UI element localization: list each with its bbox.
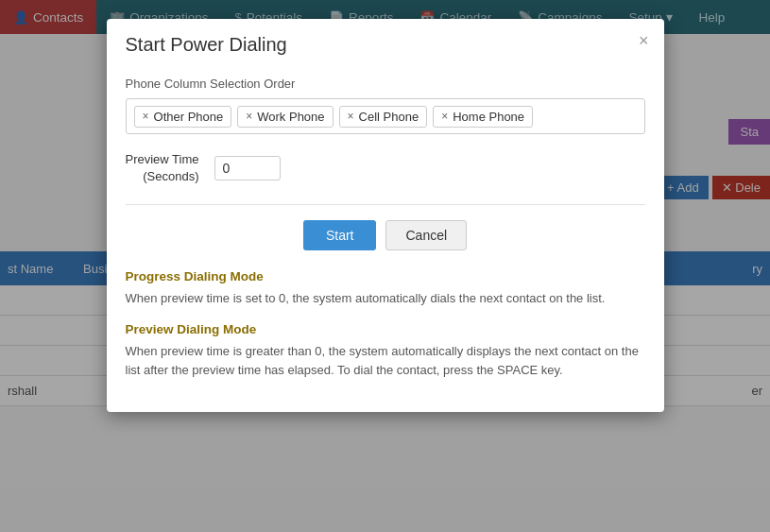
- tag-cell-phone[interactable]: × Cell Phone: [339, 106, 428, 128]
- start-button[interactable]: Start: [303, 220, 377, 250]
- phone-column-label: Phone Column Selection Order: [126, 77, 645, 91]
- power-dialing-modal: Start Power Dialing × Phone Column Selec…: [107, 19, 664, 412]
- tag-home-phone-label: Home Phone: [453, 110, 524, 124]
- tag-home-phone-remove[interactable]: ×: [441, 110, 448, 123]
- tag-other-phone-remove[interactable]: ×: [143, 110, 149, 123]
- modal-close-button[interactable]: ×: [639, 32, 649, 49]
- progress-dialing-section: Progress Dialing Mode When preview time …: [126, 269, 645, 308]
- tag-other-phone-label: Other Phone: [154, 110, 224, 124]
- modal-divider: [126, 204, 645, 205]
- tag-cell-phone-label: Cell Phone: [359, 110, 419, 124]
- preview-time-input[interactable]: [214, 156, 281, 180]
- tag-home-phone[interactable]: × Home Phone: [433, 106, 533, 128]
- preview-dialing-section: Preview Dialing Mode When preview time i…: [126, 322, 645, 380]
- preview-dialing-text: When preview time is greater than 0, the…: [126, 342, 645, 380]
- progress-dialing-title: Progress Dialing Mode: [126, 269, 645, 283]
- modal-header: Start Power Dialing ×: [107, 19, 664, 67]
- modal-actions: Start Cancel: [126, 220, 645, 250]
- tag-cell-phone-remove[interactable]: ×: [348, 110, 354, 123]
- tag-work-phone-remove[interactable]: ×: [246, 110, 252, 123]
- tag-other-phone[interactable]: × Other Phone: [134, 106, 232, 128]
- phone-tags-container[interactable]: × Other Phone × Work Phone × Cell Phone …: [126, 98, 645, 134]
- preview-time-row: Preview Time (Seconds): [126, 151, 645, 185]
- tag-work-phone-label: Work Phone: [257, 110, 324, 124]
- cancel-button[interactable]: Cancel: [385, 220, 467, 250]
- modal-body: Phone Column Selection Order × Other Pho…: [107, 67, 664, 412]
- tag-work-phone[interactable]: × Work Phone: [237, 106, 333, 128]
- preview-dialing-title: Preview Dialing Mode: [126, 322, 645, 336]
- preview-time-label: Preview Time (Seconds): [126, 151, 199, 185]
- progress-dialing-text: When preview time is set to 0, the syste…: [126, 289, 645, 308]
- modal-title: Start Power Dialing: [126, 34, 645, 56]
